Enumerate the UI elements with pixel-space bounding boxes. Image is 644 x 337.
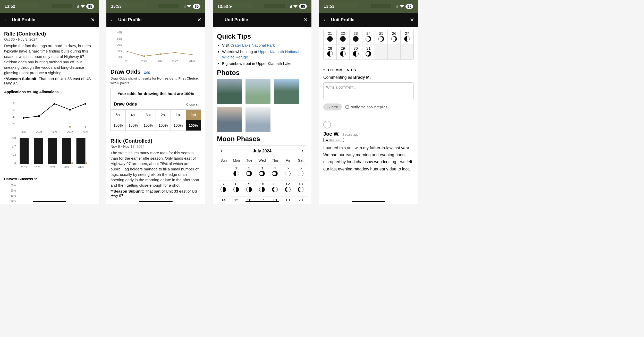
day-cell[interactable]: 16 <box>243 196 256 204</box>
pt-cell[interactable]: 2pt <box>156 110 171 120</box>
photo-thumb[interactable] <box>274 79 299 104</box>
day-cell[interactable]: 13 <box>294 180 307 196</box>
close-icon[interactable]: ✕ <box>91 17 95 23</box>
day-cell[interactable]: 20 <box>294 196 307 204</box>
svg-text:2019: 2019 <box>124 60 130 63</box>
home-indicator[interactable] <box>352 201 385 202</box>
svg-rect-25 <box>62 138 71 164</box>
svg-text:2023: 2023 <box>78 166 84 169</box>
next-month-icon[interactable]: › <box>302 148 303 154</box>
home-indicator[interactable] <box>245 201 279 202</box>
content-scroll[interactable]: Quick Tips Visit Crater Lake National Pa… <box>213 27 311 204</box>
svg-point-11 <box>69 126 71 128</box>
commenting-as: Commenting as Brady M. <box>323 75 414 80</box>
content-scroll[interactable]: 21 22 23 24 25 26 27 28 29 30 31 5 COMME… <box>319 27 418 204</box>
day-cell[interactable]: 26 <box>388 30 401 45</box>
day-cell[interactable]: 2 <box>243 165 256 180</box>
day-cell[interactable]: 8 <box>230 180 243 196</box>
prev-month-icon[interactable]: ‹ <box>221 148 222 154</box>
photo-thumb[interactable] <box>217 79 242 104</box>
close-toggle[interactable]: Close ▴ <box>186 102 198 106</box>
pt-cell[interactable]: 4pt <box>126 110 141 120</box>
moon-calendar: ‹ July 2024 › SunMonTueWedThuFriSat 1 2 … <box>217 145 307 204</box>
day-cell[interactable]: 21 <box>324 30 336 45</box>
day-cell[interactable]: 17 <box>256 196 269 204</box>
month-label: July 2024 <box>253 149 271 153</box>
back-icon[interactable]: ← <box>216 17 222 23</box>
close-icon[interactable]: ✕ <box>410 17 414 23</box>
svg-text:2023: 2023 <box>82 131 88 133</box>
comment-input[interactable] <box>323 82 414 99</box>
back-icon[interactable]: ← <box>323 17 328 23</box>
svg-rect-26 <box>77 138 86 164</box>
photo-grid <box>217 79 307 132</box>
odds-trend-chart: 40%30%20%10%0% 20192020202120222023 <box>111 30 201 63</box>
day-cell[interactable]: 14 <box>217 196 230 204</box>
day-cell[interactable]: 19 <box>281 196 294 204</box>
back-icon[interactable]: ← <box>110 17 115 23</box>
day-cell[interactable]: 3 <box>256 165 269 180</box>
svg-text:0: 0 <box>14 162 16 165</box>
odds-table-header[interactable]: Draw Odds Close ▴ <box>111 99 201 109</box>
day-cell[interactable]: 30 <box>349 45 362 60</box>
commenter-name[interactable]: Joe W. <box>323 131 340 137</box>
day-cell[interactable]: 6 <box>294 165 307 180</box>
day-cell[interactable]: 24 <box>362 30 375 45</box>
edit-link[interactable]: Edit <box>144 70 150 74</box>
day-cell[interactable]: 23 <box>349 30 362 45</box>
photo-thumb[interactable] <box>245 107 270 132</box>
season-description: Despite the fact that tags are hard to d… <box>4 43 95 75</box>
svg-text:70%: 70% <box>11 200 16 202</box>
tip-link[interactable]: Crater Lake National Park <box>230 43 275 47</box>
wifi-icon <box>187 4 191 8</box>
svg-point-45 <box>160 53 162 55</box>
day-cell[interactable]: 29 <box>336 45 349 60</box>
day-cell[interactable]: 25 <box>375 30 388 45</box>
nav-bar: ← Unit Profile ✕ <box>213 13 311 27</box>
day-cell[interactable]: 10 <box>256 180 269 196</box>
season-title: Rifle (Controlled) <box>4 31 95 37</box>
day-cell[interactable]: 15 <box>230 196 243 204</box>
day-cell[interactable]: 4 <box>268 165 281 180</box>
apps-line-chart: 80 60 40 20 20192020202120222023 <box>4 96 95 134</box>
close-icon[interactable]: ✕ <box>303 17 308 23</box>
day-cell[interactable]: 22 <box>336 30 349 45</box>
pt-cell[interactable]: 3pt <box>141 110 156 120</box>
content-scroll[interactable]: Rifle (Controlled) Oct 30 - Nov 3, 2024 … <box>0 27 99 204</box>
svg-rect-28 <box>86 162 87 164</box>
nav-bar: ← Unit Profile ✕ <box>106 13 205 27</box>
pt-cell[interactable]: 1pt <box>171 110 186 120</box>
battery-level: 85 <box>193 4 200 9</box>
svg-rect-27 <box>72 162 73 164</box>
notify-checkbox-input[interactable] <box>345 105 349 109</box>
svg-text:73: 73 <box>13 153 16 156</box>
day-cell[interactable]: 1 <box>230 165 243 180</box>
day-cell[interactable]: 18 <box>268 196 281 204</box>
day-cell[interactable]: 9 <box>243 180 256 196</box>
status-time: 13:53 ➤ <box>217 4 232 9</box>
day-cell[interactable]: 12 <box>281 180 294 196</box>
photo-thumb[interactable] <box>217 107 242 132</box>
back-icon[interactable]: ← <box>4 17 9 23</box>
content-scroll[interactable]: 40%30%20%10%0% 20192020202120222023 Draw… <box>106 27 205 204</box>
wifi-icon <box>293 4 298 8</box>
notify-checkbox[interactable]: Notify me about replies <box>345 105 387 109</box>
day-cell[interactable]: 5 <box>281 165 294 180</box>
day-cell[interactable]: 28 <box>324 45 336 60</box>
day-cell[interactable]: 27 <box>401 30 413 45</box>
pt-cell-active[interactable]: 0pt <box>186 110 201 120</box>
close-icon[interactable]: ✕ <box>197 17 201 23</box>
day-cell[interactable]: 31 <box>362 45 375 60</box>
battery-level: 85 <box>299 4 307 9</box>
svg-text:2022: 2022 <box>64 166 70 169</box>
home-indicator[interactable] <box>139 201 173 202</box>
svg-text:2023: 2023 <box>189 60 195 63</box>
day-cell[interactable]: 7 <box>217 180 230 196</box>
submit-button[interactable]: Submit <box>323 103 342 110</box>
season-dates: Oct 30 - Nov 3, 2024 <box>4 37 95 41</box>
photo-thumb[interactable] <box>245 79 270 104</box>
nav-bar: ← Unit Profile ✕ <box>0 13 99 27</box>
home-indicator[interactable] <box>33 201 66 202</box>
day-cell[interactable]: 11 <box>268 180 281 196</box>
pt-cell[interactable]: 5pt <box>111 110 126 120</box>
